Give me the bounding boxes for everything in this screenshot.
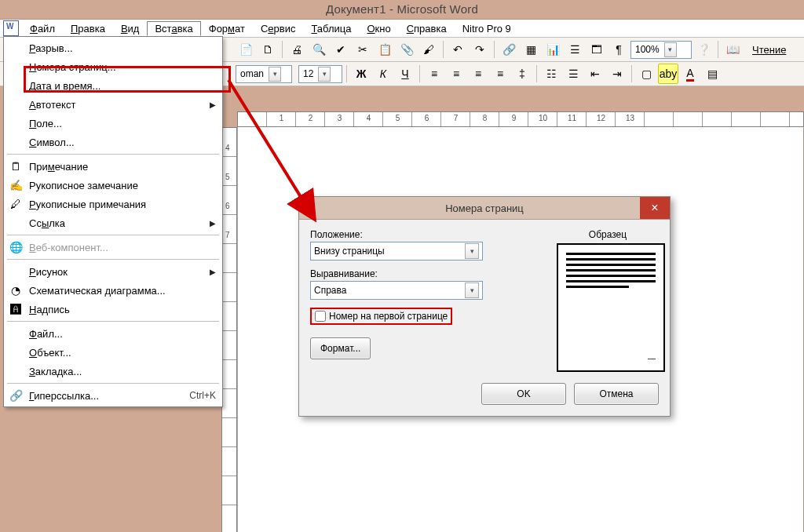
tool-btn[interactable]: 📎 (397, 39, 417, 60)
tool-btn[interactable]: 🖌 (418, 39, 439, 60)
font-size-value: 12 (303, 68, 313, 79)
first-page-checkbox-row[interactable]: Номер на первой странице (310, 308, 452, 325)
tool-btn[interactable]: 🗔 (587, 39, 607, 60)
list-num-btn[interactable]: ☷ (541, 64, 561, 84)
undo-btn[interactable]: ↶ (448, 39, 468, 60)
insert-menu-item[interactable]: Дата и время... (4, 76, 222, 95)
insert-menu-item: 🌐Веб-компонент... (4, 238, 222, 257)
sample-label: Образец (557, 229, 659, 240)
font-size-combo[interactable]: 12 ▾ (298, 65, 342, 83)
tool-btn[interactable]: ▤ (702, 64, 722, 84)
chevron-down-icon: ▾ (269, 67, 281, 82)
help-btn[interactable]: ❔ (693, 39, 714, 60)
tool-btn[interactable]: ▦ (521, 39, 541, 60)
align-label: Выравнивание: (310, 268, 541, 279)
tool-btn[interactable]: 📋 (375, 39, 395, 60)
menu-item-label: Объект... (29, 347, 216, 359)
insert-menu-item[interactable]: Ссылка▶ (4, 213, 222, 232)
bold-btn[interactable]: Ж (351, 64, 371, 84)
font-value: oman (240, 68, 264, 79)
align-right-btn[interactable]: ≡ (468, 64, 488, 84)
menu-вставка[interactable]: Вставка (147, 21, 200, 36)
first-page-checkbox[interactable] (315, 311, 326, 322)
insert-menu-item[interactable]: 🖊Рукописные примечания (4, 195, 222, 213)
diagram-icon: ◔ (5, 282, 26, 298)
textbox-icon: 🅰 (5, 301, 26, 317)
menu-окно[interactable]: Окно (359, 21, 398, 36)
insert-menu-item[interactable]: Номера страниц... (4, 57, 222, 76)
horizontal-ruler[interactable]: 12345678910111213 (237, 111, 804, 127)
chevron-down-icon: ▾ (465, 282, 479, 298)
tool-btn[interactable]: 📊 (543, 39, 563, 60)
list-bullet-btn[interactable]: ☰ (563, 64, 583, 84)
ink-note-icon: 🖊 (5, 196, 26, 212)
chevron-right-icon: ▶ (210, 268, 216, 276)
menu-правка[interactable]: Правка (63, 21, 113, 36)
menu-bar: ФайлПравкаВидВставкаФорматСервисТаблицаО… (0, 20, 804, 38)
tool-btn[interactable]: ✔ (331, 39, 351, 60)
insert-menu-item[interactable]: Файл... (4, 324, 222, 343)
insert-menu-item[interactable]: Рисунок▶ (4, 262, 222, 281)
insert-menu-item[interactable]: Закладка... (4, 362, 222, 381)
borders-btn[interactable]: ▢ (636, 64, 656, 84)
font-combo[interactable]: oman ▾ (236, 65, 292, 83)
close-button[interactable]: × (640, 197, 670, 219)
insert-menu-item[interactable]: ◔Схематическая диаграмма... (4, 281, 222, 300)
menu-item-label: Гиперссылка... (29, 390, 183, 402)
insert-menu-item[interactable]: Символ... (4, 133, 222, 151)
insert-menu-item[interactable]: ✍Рукописное замечание (4, 176, 222, 195)
indent-btn[interactable]: ⇥ (607, 64, 627, 84)
separator (443, 41, 444, 58)
menu-separator (7, 154, 219, 155)
tool-btn[interactable]: ✂ (353, 39, 373, 60)
insert-menu-item[interactable]: 🗒Примечание (4, 157, 222, 176)
line-spacing-btn[interactable]: ‡ (512, 64, 532, 84)
menu-таблица[interactable]: Таблица (303, 21, 359, 36)
vertical-ruler[interactable]: 4567 (221, 127, 237, 532)
paragraph-btn[interactable]: ¶ (608, 39, 629, 60)
format-button[interactable]: Формат... (310, 337, 371, 359)
blank-icon (5, 97, 26, 112)
menu-файл[interactable]: Файл (22, 21, 63, 36)
menu-формат[interactable]: Формат (201, 21, 253, 36)
ok-button[interactable]: OK (481, 383, 566, 405)
menu-item-label: Схематическая диаграмма... (29, 285, 216, 297)
dialog-title-bar[interactable]: Номера страниц × (299, 197, 670, 220)
insert-menu-item[interactable]: 🅰Надпись (4, 300, 222, 319)
insert-menu-item[interactable]: 🔗Гиперссылка...Ctrl+K (4, 386, 222, 405)
tool-btn[interactable]: ☰ (565, 39, 585, 60)
cancel-button[interactable]: Отмена (574, 383, 659, 405)
dialog-buttons: OK Отмена (557, 383, 659, 405)
insert-menu-item[interactable]: Разрыв... (4, 38, 222, 57)
tool-btn[interactable]: 🔍 (309, 39, 329, 60)
tool-btn[interactable]: 🔗 (499, 39, 519, 60)
outdent-btn[interactable]: ⇤ (585, 64, 605, 84)
align-left-btn[interactable]: ≡ (424, 64, 444, 84)
menu-accel: Ctrl+K (189, 390, 216, 401)
italic-btn[interactable]: К (373, 64, 393, 84)
zoom-combo[interactable]: 100% ▾ (630, 41, 692, 59)
tool-btn[interactable]: 📄 (236, 39, 256, 60)
position-select[interactable]: Внизу страницы ▾ (310, 242, 483, 261)
highlight-btn[interactable]: aby (658, 64, 678, 84)
insert-menu-item[interactable]: Автотекст▶ (4, 95, 222, 114)
redo-btn[interactable]: ↷ (470, 39, 490, 60)
menu-сервис[interactable]: Сервис (253, 21, 304, 36)
tool-btn[interactable]: 🖨 (287, 39, 307, 60)
font-color-btn[interactable]: A (680, 64, 700, 84)
menu-справка[interactable]: Справка (399, 21, 455, 36)
align-select[interactable]: Справа ▾ (310, 281, 483, 300)
reading-mode-btn[interactable]: Чтение (744, 44, 794, 56)
menu-item-label: Закладка... (29, 366, 216, 377)
insert-menu-item[interactable]: Объект... (4, 343, 222, 362)
insert-menu-dropdown: Разрыв...Номера страниц...Дата и время..… (3, 36, 223, 407)
read-icon[interactable]: 📖 (722, 39, 743, 60)
align-justify-btn[interactable]: ≡ (490, 64, 510, 84)
underline-btn[interactable]: Ч (395, 64, 415, 84)
menu-вид[interactable]: Вид (113, 21, 148, 36)
tool-btn[interactable]: 🗋 (258, 39, 278, 60)
separator (536, 65, 537, 82)
align-center-btn[interactable]: ≡ (446, 64, 466, 84)
menu-nitro pro 9[interactable]: Nitro Pro 9 (455, 21, 519, 36)
insert-menu-item[interactable]: Поле... (4, 114, 222, 133)
